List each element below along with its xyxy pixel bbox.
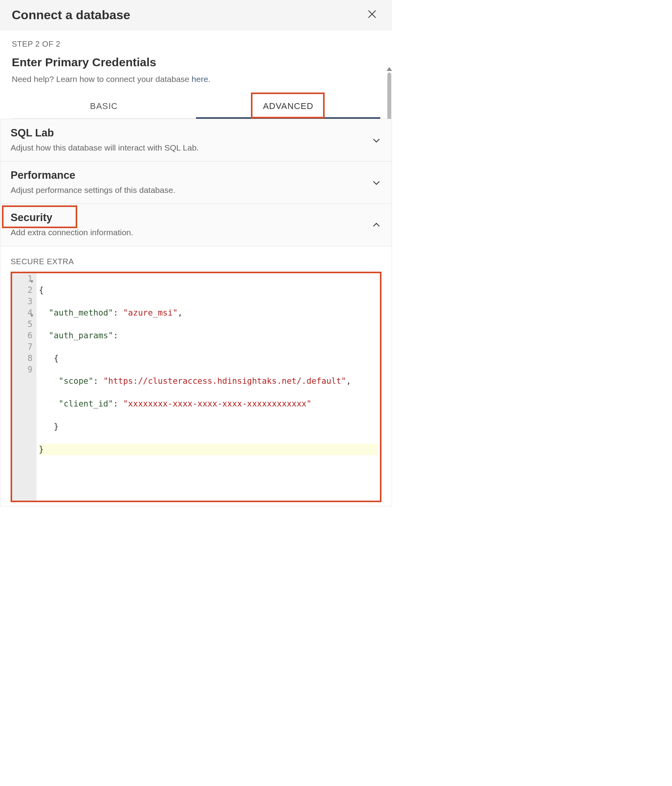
json-string: "https://clusteraccess.hdinsightaks.net/… [103, 376, 346, 386]
code-content[interactable]: { "auth_method": "azure_msi", "auth_para… [36, 273, 380, 501]
code-gutter: 1▼ 2 3 4▼ 5 6 7 8 9 [12, 273, 36, 501]
line-number: 5 [27, 319, 33, 329]
chevron-down-icon [371, 135, 381, 145]
scroll-area: STEP 2 OF 2 Enter Primary Credentials Ne… [0, 30, 392, 506]
section-title: Security [11, 212, 53, 224]
close-icon [367, 8, 377, 22]
tabs: BASIC ADVANCED [12, 95, 380, 119]
secure-extra-label: SECURE EXTRA [11, 257, 381, 266]
line-number: 3 [27, 297, 33, 306]
tab-basic[interactable]: BASIC [12, 95, 196, 118]
section-desc: Adjust how this database will interact w… [11, 143, 381, 152]
section-sql-lab[interactable]: SQL Lab Adjust how this database will in… [0, 119, 392, 162]
step-indicator: STEP 2 OF 2 [12, 40, 380, 49]
modal-body: STEP 2 OF 2 Enter Primary Credentials Ne… [0, 30, 392, 506]
help-text-suffix: . [208, 74, 211, 84]
step-title: Enter Primary Credentials [12, 56, 380, 69]
section-security-content: SECURE EXTRA 1▼ 2 3 4▼ 5 6 7 8 9 [0, 246, 392, 506]
json-key: "auth_method" [49, 308, 113, 318]
section-title: Performance [11, 169, 75, 182]
modal-title: Connect a database [12, 8, 130, 22]
connect-database-modal: Connect a database STEP 2 OF 2 Enter Pri… [0, 0, 392, 506]
help-link[interactable]: here [192, 74, 208, 84]
section-security[interactable]: Security Add extra connection informatio… [0, 204, 392, 246]
tabs-wrapper: BASIC ADVANCED [12, 95, 380, 119]
help-text-prefix: Need help? Learn how to connect your dat… [12, 74, 192, 84]
line-number: 8 [27, 354, 33, 363]
secure-extra-editor[interactable]: 1▼ 2 3 4▼ 5 6 7 8 9 { "auth_method": "az… [11, 272, 381, 502]
section-desc: Adjust performance settings of this data… [11, 185, 381, 195]
line-number: 9 [27, 365, 33, 374]
line-number: 2 [27, 285, 33, 295]
tab-advanced[interactable]: ADVANCED [196, 95, 380, 118]
json-string: "xxxxxxxx-xxxx-xxxx-xxxx-xxxxxxxxxxxx" [123, 399, 311, 408]
line-number: 7 [27, 342, 33, 352]
json-key: "auth_params" [49, 331, 113, 340]
chevron-down-icon [371, 178, 381, 188]
section-desc: Add extra connection information. [11, 228, 381, 237]
section-performance[interactable]: Performance Adjust performance settings … [0, 162, 392, 204]
json-key: "scope" [59, 376, 94, 386]
close-button[interactable] [364, 7, 380, 23]
chevron-up-icon [371, 220, 381, 230]
help-text: Need help? Learn how to connect your dat… [12, 74, 380, 84]
section-title: SQL Lab [11, 127, 54, 139]
json-string: "azure_msi" [123, 308, 178, 318]
modal-header: Connect a database [0, 0, 392, 30]
accordion-sections: SQL Lab Adjust how this database will in… [0, 119, 392, 506]
line-number: 6 [27, 331, 33, 340]
json-key: "client_id" [59, 399, 113, 408]
